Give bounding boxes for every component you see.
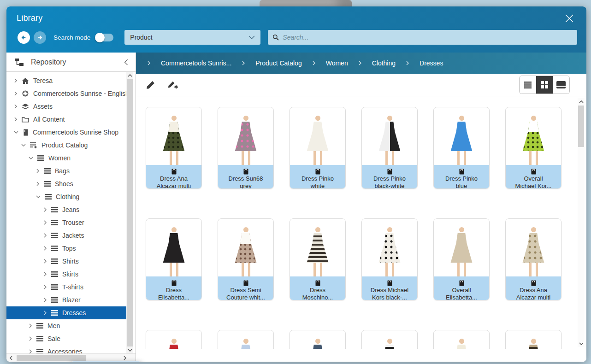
tree-item-blazer[interactable]: Blazer	[6, 294, 126, 306]
chevron-right-icon[interactable]	[29, 336, 32, 341]
product-bag-icon	[146, 168, 201, 175]
tree-item-accessories[interactable]: Accessories	[6, 345, 126, 353]
tree-item-t-shirts[interactable]: T-shirts	[6, 281, 126, 294]
scroll-down-icon[interactable]	[578, 340, 585, 347]
product-card-dress-sun68-grey[interactable]: Dress Sun68 grey	[218, 107, 274, 189]
chevron-down-icon[interactable]	[21, 143, 26, 147]
category-icon	[44, 181, 51, 187]
scroll-left-icon[interactable]	[7, 354, 14, 361]
chevron-right-icon[interactable]	[36, 169, 40, 173]
tree-item-shirts[interactable]: Shirts	[6, 255, 126, 268]
chevron-down-icon[interactable]	[29, 156, 33, 160]
breadcrumb-item-commercetools-sunris[interactable]: Commercetools Sunris...	[152, 58, 241, 69]
product-card-dress-pinko-black-white[interactable]: Dress Pinko black-white	[361, 107, 418, 189]
product-card-overall-michael-kor[interactable]: Overall Michael Kor...	[505, 107, 561, 189]
breadcrumb-item-women[interactable]: Women	[317, 58, 357, 69]
content-vertical-scrollbar[interactable]	[578, 98, 585, 347]
chevron-right-icon[interactable]	[43, 207, 47, 212]
tree-item-teresa[interactable]: Teresa	[6, 74, 126, 87]
product-card-dress-moschino[interactable]: Dress Moschino...	[290, 218, 346, 300]
type-filter-dropdown[interactable]: Product	[124, 30, 260, 45]
chevron-right-icon[interactable]	[29, 323, 32, 328]
augment-button[interactable]	[165, 76, 182, 93]
scroll-up-icon[interactable]	[578, 98, 585, 105]
tree-item-commercetools-sunrise-english[interactable]: Commercetools Sunrise - English (	[6, 87, 126, 100]
tree-item-jeans[interactable]: Jeans	[6, 203, 126, 216]
chevron-right-icon[interactable]	[43, 311, 47, 315]
product-card[interactable]	[433, 330, 490, 349]
tree-item-dresses[interactable]: Dresses	[6, 306, 126, 319]
tree-item-skirts[interactable]: Skirts	[6, 268, 126, 281]
main-panel: Commercetools Sunris...Product CatalogWo…	[136, 53, 586, 362]
view-mode-list-button[interactable]	[520, 76, 536, 94]
tree-item-label: Jeans	[62, 206, 79, 213]
sidebar-vertical-scrollbar[interactable]	[126, 72, 133, 353]
product-card[interactable]	[505, 330, 561, 349]
tree-item-men[interactable]: Men	[6, 319, 126, 332]
product-card-dress-elisabetta[interactable]: Dress Elisabetta...	[146, 218, 202, 300]
tree-item-trouser[interactable]: Trouser	[6, 216, 126, 229]
chevron-right-icon[interactable]	[43, 285, 47, 289]
tree-item-product-catalog[interactable]: Product Catalog	[6, 139, 126, 152]
tree-item-tops[interactable]: Tops	[6, 242, 126, 255]
edit-button[interactable]	[142, 76, 159, 93]
breadcrumb-item-clothing[interactable]: Clothing	[363, 58, 405, 69]
product-card-dress-michael-kors-black[interactable]: Dress Michael Kors black-...	[361, 218, 418, 300]
tree-item-jackets[interactable]: Jackets	[6, 229, 126, 242]
chevron-right-icon[interactable]	[14, 78, 18, 83]
product-label-area: Dress Elisabetta...	[146, 276, 201, 300]
search-input[interactable]	[283, 34, 573, 41]
chevron-down-icon[interactable]	[36, 195, 41, 199]
product-card-dress-ana-alcazar-multi[interactable]: Dress Ana Alcazar multi	[505, 218, 561, 300]
scroll-down-icon[interactable]	[126, 346, 133, 353]
tree-item-all-content[interactable]: All Content	[6, 113, 126, 126]
collapse-sidebar-icon[interactable]	[124, 59, 128, 65]
product-card[interactable]	[361, 330, 418, 349]
product-image	[218, 107, 273, 165]
search-mode-toggle[interactable]	[96, 34, 113, 41]
product-card[interactable]	[146, 330, 202, 349]
chevron-down-icon[interactable]	[14, 130, 18, 134]
tree-item-bags[interactable]: Bags	[6, 164, 126, 177]
chevron-right-icon[interactable]	[14, 104, 18, 109]
product-card[interactable]	[290, 330, 346, 349]
chevron-right-icon[interactable]	[14, 91, 18, 96]
product-card[interactable]	[218, 330, 274, 349]
product-card-dress-semi-couture-whit[interactable]: Dress Semi Couture whit...	[218, 218, 274, 300]
tree-item-sale[interactable]: Sale	[6, 332, 126, 345]
tree-item-label: All Content	[33, 116, 65, 123]
scrollbar-thumb[interactable]	[578, 106, 584, 147]
tree-item-women[interactable]: Women	[6, 152, 126, 164]
chevron-right-icon[interactable]	[43, 233, 47, 238]
tree-item-clothing[interactable]: Clothing	[6, 190, 126, 203]
chevron-right-icon[interactable]	[36, 182, 40, 186]
tree-item-assets[interactable]: Assets	[6, 100, 126, 113]
product-card-dress-pinko-white[interactable]: Dress Pinko white	[290, 107, 346, 189]
chevron-right-icon[interactable]	[29, 349, 32, 353]
scrollbar-thumb[interactable]	[17, 355, 86, 361]
breadcrumb-item-dresses[interactable]: Dresses	[410, 58, 452, 69]
tree-item-label: Bags	[55, 167, 70, 175]
tree-item-commercetools-sunrise-shop[interactable]: Commercetools Sunrise Shop	[6, 126, 126, 139]
scrollbar-thumb[interactable]	[127, 79, 133, 346]
product-card-overall-elisabetta[interactable]: Overall Elisabetta...	[433, 218, 490, 300]
scroll-right-icon[interactable]	[121, 354, 128, 361]
product-card-dress-pinko-blue[interactable]: Dress Pinko blue	[433, 107, 490, 189]
tree-item-shoes[interactable]: Shoes	[6, 177, 126, 190]
scroll-up-icon[interactable]	[126, 72, 133, 79]
close-icon[interactable]	[562, 12, 576, 25]
chevron-right-icon[interactable]	[43, 259, 47, 264]
chevron-right-icon[interactable]	[14, 117, 18, 122]
product-card-dress-ana-alcazar-multi[interactable]: Dress Ana Alcazar multi	[146, 107, 202, 189]
breadcrumb-item-product-catalog[interactable]: Product Catalog	[246, 58, 311, 69]
tree-item-label: Clothing	[56, 193, 79, 200]
view-mode-grid-button[interactable]	[536, 76, 553, 94]
view-mode-card-button[interactable]	[553, 76, 569, 94]
back-button[interactable]	[18, 31, 30, 44]
context-menu-item-open-in-tab[interactable]: Open in Tab	[71, 361, 142, 362]
chevron-right-icon[interactable]	[43, 272, 47, 276]
chevron-right-icon[interactable]	[43, 298, 47, 302]
chevron-right-icon[interactable]	[43, 246, 47, 251]
chevron-right-icon[interactable]	[43, 220, 47, 225]
forward-button[interactable]	[34, 31, 46, 44]
